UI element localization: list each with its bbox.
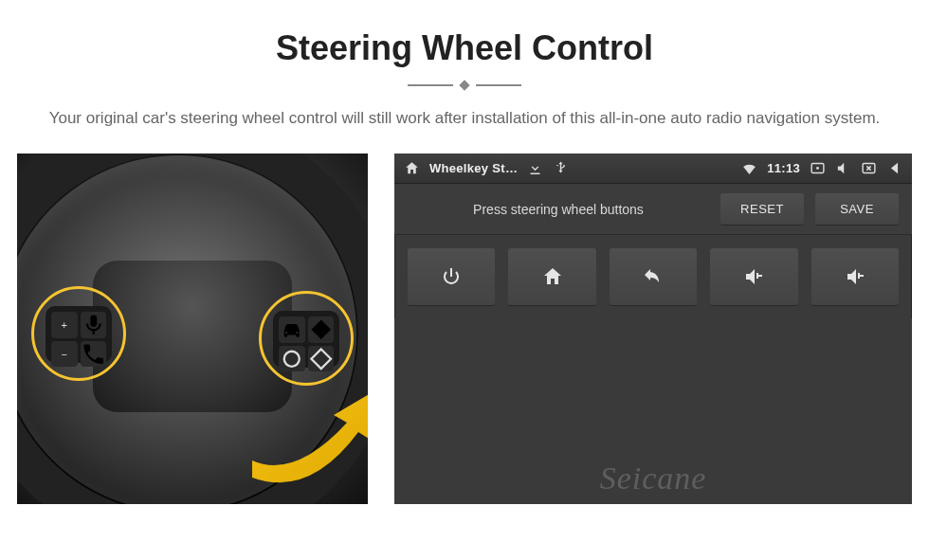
wheelkey-function-row [394, 235, 912, 318]
left-button-pad-callout: + − [31, 286, 126, 381]
circle-icon [279, 346, 305, 372]
wifi-icon [741, 160, 757, 176]
download-icon [527, 160, 543, 176]
plus-icon: + [51, 312, 78, 338]
minus-icon: − [51, 341, 78, 368]
close-box-icon[interactable] [861, 160, 877, 176]
back-icon [642, 265, 665, 288]
power-button[interactable] [408, 248, 495, 305]
home-button[interactable] [508, 248, 595, 305]
wheelkey-body: Seicane [394, 318, 912, 504]
voice-icon [81, 312, 107, 338]
home-icon [541, 265, 564, 288]
android-status-bar: Wheelkey St… 11:13 [394, 154, 912, 184]
wheelkey-toolbar: Press steering wheel buttons RESET SAVE [394, 184, 912, 235]
volume-up-icon [742, 265, 765, 288]
toolbar-hint: Press steering wheel buttons [408, 202, 709, 217]
car-icon [279, 316, 305, 343]
right-button-pad-callout [259, 291, 354, 386]
heading-divider [0, 81, 929, 89]
page-title: Steering Wheel Control [0, 28, 929, 68]
reset-button[interactable]: RESET [720, 193, 804, 225]
status-clock: 11:13 [767, 161, 800, 175]
volume-up-icon [844, 265, 866, 288]
svg-point-0 [284, 352, 300, 367]
phone-icon [81, 341, 107, 368]
home-icon[interactable] [404, 160, 420, 176]
usb-icon [553, 160, 569, 176]
status-app-name: Wheelkey St… [429, 161, 518, 175]
brand-watermark: Seicane [600, 461, 707, 497]
svg-point-2 [816, 167, 819, 170]
volume-up-button-2[interactable] [811, 248, 899, 305]
back-nav-icon[interactable] [886, 160, 902, 176]
diamond-outline-icon [308, 346, 335, 372]
diamond-icon [308, 316, 335, 343]
back-button[interactable] [610, 248, 697, 305]
steering-wheel-photo: + − [17, 154, 368, 504]
power-icon [440, 265, 463, 288]
page-subheading: Your original car's steering wheel contr… [0, 106, 929, 131]
save-button[interactable]: SAVE [815, 193, 899, 225]
cast-icon[interactable] [810, 160, 826, 176]
volume-up-button-1[interactable] [710, 248, 797, 305]
mute-icon[interactable] [835, 160, 851, 176]
head-unit-screen: Wheelkey St… 11:13 Press steering wheel … [394, 154, 912, 504]
